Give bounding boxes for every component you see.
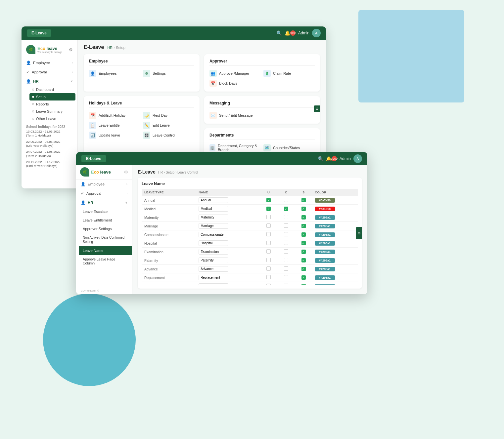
- color-pill[interactable]: #4298a1: [315, 215, 335, 220]
- nav-claim-rate[interactable]: 💲 Claim Rate: [263, 70, 315, 77]
- checkbox-checked[interactable]: ✓: [301, 267, 306, 271]
- checkbox-unchecked[interactable]: [284, 266, 288, 271]
- checkbox-unchecked[interactable]: [266, 241, 271, 245]
- table-row[interactable]: Hospital ✓ #4298a1: [142, 239, 358, 248]
- sidebar-item-leave-summary[interactable]: Leave Summary: [29, 108, 77, 115]
- table-row[interactable]: Examination ✓ #4298a1: [142, 248, 358, 256]
- sidebar-leave-escalate[interactable]: Leave Escalate: [79, 207, 132, 216]
- settings-icon[interactable]: ⚙: [69, 47, 73, 52]
- table-row[interactable]: Advance ✓ #4298a1: [142, 265, 358, 273]
- table-row[interactable]: Maternity ✓ #4298a1: [142, 213, 358, 222]
- search-icon-w2[interactable]: 🔍: [318, 156, 323, 161]
- checkbox-unchecked[interactable]: [266, 232, 271, 236]
- leave-name-input[interactable]: [199, 197, 228, 203]
- sidebar-item-dashboard[interactable]: Dashboard: [29, 86, 77, 93]
- nav-countries[interactable]: 🗺️ Countries/States: [263, 144, 315, 152]
- checkbox-checked[interactable]: ✓: [301, 198, 306, 202]
- sidebar-leave-name[interactable]: Leave Name: [79, 246, 132, 255]
- checkbox-checked[interactable]: ✓: [301, 232, 306, 237]
- checkbox-unchecked[interactable]: [266, 275, 271, 279]
- color-pill[interactable]: #4298a1: [315, 232, 335, 237]
- checkbox-unchecked[interactable]: [284, 215, 288, 219]
- checkbox-unchecked[interactable]: [284, 258, 288, 262]
- color-pill[interactable]: #4298a1: [315, 250, 335, 254]
- sidebar-item-setup[interactable]: Setup: [29, 93, 75, 100]
- sidebar-item-employee-w2[interactable]: 👤 Employee ›: [76, 180, 132, 189]
- sidebar-item-hr[interactable]: 👤 HR ∨: [22, 77, 77, 86]
- sidebar-approver-settings[interactable]: Approver Settings: [79, 224, 132, 233]
- nav-rest-day[interactable]: 🌙 Rest Day: [143, 112, 194, 119]
- avatar[interactable]: A: [312, 29, 321, 37]
- sidebar-non-active[interactable]: Non Active / Date Confirmed Setting: [79, 233, 132, 246]
- table-row[interactable]: Medical ✓ ✓ ✓ #ec1818: [142, 205, 358, 213]
- checkbox-unchecked[interactable]: [284, 284, 288, 285]
- checkbox-unchecked[interactable]: [266, 258, 271, 262]
- sidebar-item-reports[interactable]: Reports: [29, 100, 77, 108]
- checkbox-checked[interactable]: ✓: [301, 215, 306, 220]
- gear-float-button[interactable]: ⚙: [356, 227, 362, 239]
- checkbox-unchecked[interactable]: [284, 223, 288, 228]
- nav-update-leave[interactable]: 🔄 Update leave: [89, 132, 140, 139]
- color-pill[interactable]: #4298a1: [315, 258, 335, 263]
- checkbox-checked[interactable]: ✓: [301, 275, 306, 280]
- nav-block-days[interactable]: 📅 Block Days: [209, 80, 261, 87]
- nav-leave-control[interactable]: 🎛️ Leave Control: [143, 132, 194, 139]
- leave-name-input[interactable]: [199, 275, 228, 280]
- checkbox-unchecked[interactable]: [284, 249, 288, 254]
- sidebar-item-employee[interactable]: 👤 Employee ›: [22, 58, 77, 67]
- search-icon[interactable]: 🔍: [276, 30, 282, 36]
- color-pill[interactable]: #4298a1: [315, 224, 335, 228]
- sidebar-leave-entitlement[interactable]: Leave Entitlement: [79, 216, 132, 224]
- sidebar-item-approval-w2[interactable]: ✓ Approval ›: [76, 189, 132, 198]
- table-row[interactable]: Marriage ✓ #4298a1: [142, 222, 358, 230]
- leave-name-input[interactable]: [199, 223, 228, 229]
- sidebar-item-other-leave[interactable]: Other Leave: [29, 115, 77, 122]
- nav-department-branch[interactable]: 🏢 Department, Category & Branch: [209, 144, 261, 152]
- checkbox-unchecked[interactable]: [266, 284, 271, 285]
- sidebar-item-hr-w2[interactable]: 👤 HR ∨: [76, 198, 132, 207]
- checkbox-checked[interactable]: ✓: [301, 250, 306, 254]
- table-row[interactable]: Annual ✓ ✓ #6a7e50: [142, 196, 358, 205]
- eleave-button-w1[interactable]: E-Leave: [27, 29, 51, 37]
- checkbox-checked[interactable]: ✓: [301, 258, 306, 262]
- leave-name-input[interactable]: [199, 283, 228, 285]
- color-pill[interactable]: #ec1818: [315, 207, 335, 211]
- leave-name-input[interactable]: [199, 240, 228, 246]
- checkbox-unchecked[interactable]: [266, 215, 271, 219]
- checkbox-unchecked[interactable]: [266, 223, 271, 228]
- checkbox-checked[interactable]: ✓: [301, 284, 306, 285]
- gear-button-messaging[interactable]: ⚙: [314, 105, 320, 112]
- nav-employees[interactable]: 👤 Employees: [89, 70, 140, 77]
- table-row[interactable]: Replacement ✓ #4298a1: [142, 273, 358, 282]
- checkbox-unchecked[interactable]: [266, 266, 271, 271]
- checkbox-unchecked[interactable]: [284, 275, 288, 279]
- table-row[interactable]: Line Shut Down ✓ #4298a1: [142, 282, 358, 285]
- leave-name-input[interactable]: [199, 232, 228, 237]
- checkbox-unchecked[interactable]: [266, 249, 271, 254]
- leave-name-input[interactable]: [199, 258, 228, 263]
- checkbox-unchecked[interactable]: [284, 198, 288, 202]
- nav-send-message[interactable]: ✉️ Send / Edit Message: [209, 112, 261, 119]
- checkbox-checked[interactable]: ✓: [284, 207, 288, 211]
- eleave-button-w2[interactable]: E-Leave: [81, 155, 106, 162]
- table-row[interactable]: Paternity ✓ #4298a1: [142, 256, 358, 265]
- settings-icon-w2[interactable]: ⚙: [124, 170, 128, 175]
- color-pill[interactable]: #6a7e50: [315, 198, 335, 203]
- sidebar-approve-page-column[interactable]: Approve Leave Page Column: [79, 255, 132, 267]
- leave-name-input[interactable]: [199, 266, 228, 272]
- color-pill[interactable]: #4298a1: [315, 241, 335, 246]
- checkbox-unchecked[interactable]: [284, 241, 288, 245]
- nav-add-holiday[interactable]: 📅 Add/Edit Holiday: [89, 112, 140, 119]
- nav-settings[interactable]: ⚙ Settings: [143, 70, 194, 77]
- color-pill[interactable]: #4298a1: [315, 275, 335, 280]
- color-pill[interactable]: #4298a1: [315, 284, 335, 285]
- checkbox-unchecked[interactable]: [284, 232, 288, 236]
- checkbox-checked[interactable]: ✓: [266, 207, 271, 211]
- leave-name-input[interactable]: [199, 215, 228, 220]
- checkbox-checked[interactable]: ✓: [301, 224, 306, 228]
- table-row[interactable]: Compassionate ✓ #4298a1: [142, 230, 358, 239]
- leave-name-input[interactable]: [199, 249, 228, 255]
- checkbox-checked[interactable]: ✓: [266, 198, 271, 202]
- checkbox-checked[interactable]: ✓: [301, 241, 306, 245]
- nav-edit-leave[interactable]: ✏️ Edit Leave: [143, 122, 194, 129]
